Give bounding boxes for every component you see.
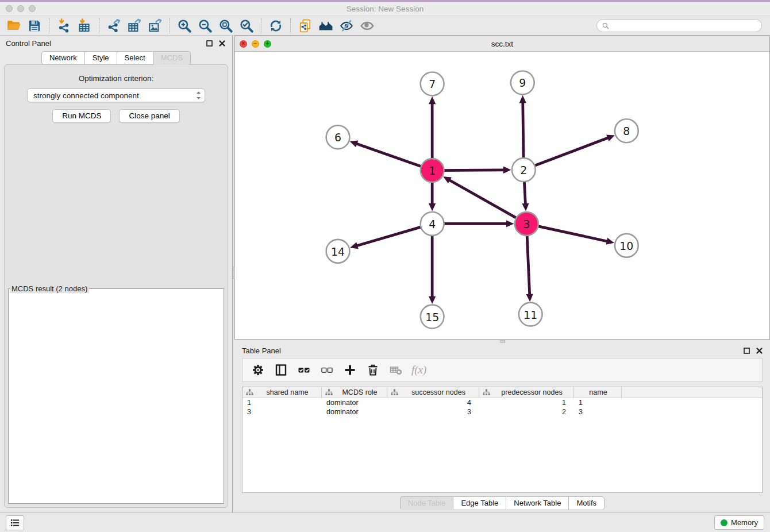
import-network-icon bbox=[56, 18, 71, 33]
criterion-value: strongly connected component bbox=[33, 91, 195, 100]
table-options-button[interactable] bbox=[249, 361, 267, 379]
select-all-columns-button[interactable] bbox=[295, 361, 313, 379]
first-neighbors-button[interactable] bbox=[315, 17, 336, 34]
import-network-button[interactable] bbox=[53, 17, 74, 34]
network-window-titlebar: × − + scc.txt bbox=[235, 36, 769, 52]
table-cell[interactable]: 1 bbox=[479, 399, 574, 407]
export-network-button[interactable] bbox=[103, 17, 124, 34]
graph-node-6[interactable]: 6 bbox=[326, 125, 350, 149]
graph-edge-3-10[interactable] bbox=[526, 223, 614, 244]
float-panel-icon[interactable] bbox=[206, 40, 213, 47]
table-row[interactable]: 3dominator323 bbox=[242, 407, 762, 417]
houses-icon bbox=[318, 18, 333, 33]
main-toolbar bbox=[0, 16, 770, 36]
table-cell[interactable]: 1 bbox=[242, 399, 322, 407]
show-column-panel-button[interactable] bbox=[272, 361, 290, 379]
search-input[interactable] bbox=[610, 21, 759, 30]
refresh-layout-button[interactable] bbox=[265, 17, 286, 34]
add-column-button[interactable] bbox=[341, 361, 359, 379]
zoom-in-icon bbox=[177, 18, 192, 33]
close-panel-icon[interactable] bbox=[756, 348, 763, 354]
svg-text:2: 2 bbox=[520, 164, 527, 176]
column-header-shared-name[interactable]: shared name bbox=[242, 387, 322, 398]
column-header-MCDS-role[interactable]: MCDS role bbox=[322, 387, 387, 398]
graph-node-9[interactable]: 9 bbox=[511, 71, 534, 94]
zoom-window-button[interactable] bbox=[29, 5, 36, 12]
zoom-out-button[interactable] bbox=[195, 17, 215, 34]
tab-network[interactable]: Network bbox=[41, 51, 85, 65]
table-cell[interactable]: 1 bbox=[574, 399, 622, 407]
table-cell[interactable]: 3 bbox=[574, 408, 622, 416]
mcds-result-text: 1 3 bbox=[10, 294, 215, 296]
table-cell[interactable]: 2 bbox=[479, 408, 574, 416]
graph-node-11[interactable]: 11 bbox=[519, 303, 542, 326]
table-panel: Table Panel f(x) shared nameMCDS rolesuc… bbox=[234, 344, 770, 512]
graph-node-7[interactable]: 7 bbox=[421, 72, 444, 95]
minimize-window-button[interactable] bbox=[17, 5, 24, 12]
save-session-button[interactable] bbox=[24, 17, 45, 34]
window-traffic-lights[interactable] bbox=[6, 5, 36, 12]
column-header-predecessor-nodes[interactable]: predecessor nodes bbox=[479, 387, 574, 398]
open-session-button[interactable] bbox=[3, 17, 24, 34]
graph-node-4[interactable]: 4 bbox=[421, 212, 444, 236]
memory-button[interactable]: Memory bbox=[714, 515, 764, 530]
column-header-name[interactable]: name bbox=[574, 387, 622, 398]
search-box[interactable] bbox=[596, 19, 762, 32]
graph-edge-2-8[interactable] bbox=[523, 134, 615, 169]
run-mcds-button[interactable]: Run MCDS bbox=[52, 109, 111, 123]
tab-select[interactable]: Select bbox=[117, 51, 153, 65]
table-cell[interactable]: 3 bbox=[242, 408, 322, 416]
graph-node-15[interactable]: 15 bbox=[421, 305, 444, 329]
zoom-selected-button[interactable] bbox=[236, 17, 257, 34]
zoom-in-button[interactable] bbox=[174, 17, 195, 34]
svg-text:4: 4 bbox=[429, 218, 436, 230]
tab-style[interactable]: Style bbox=[85, 51, 117, 65]
table-cell[interactable]: dominator bbox=[322, 408, 387, 416]
tab-network-table[interactable]: Network Table bbox=[506, 496, 569, 510]
tab-node-table[interactable]: Node Table bbox=[400, 496, 454, 510]
graph-node-1[interactable]: 1 bbox=[421, 159, 444, 182]
table-cell[interactable]: 4 bbox=[387, 399, 479, 407]
close-panel-icon[interactable] bbox=[219, 40, 225, 47]
horizontal-splitter[interactable] bbox=[234, 340, 770, 344]
hide-graphics-button[interactable] bbox=[336, 17, 357, 34]
task-history-button[interactable] bbox=[6, 515, 24, 530]
table-row[interactable]: 1dominator411 bbox=[242, 398, 762, 407]
table-cell[interactable]: dominator bbox=[322, 399, 387, 407]
graph-node-2[interactable]: 2 bbox=[512, 158, 536, 182]
minimize-network-button[interactable]: − bbox=[252, 40, 259, 48]
splitter-grip[interactable] bbox=[500, 340, 505, 343]
tab-mcds[interactable]: MCDS bbox=[153, 51, 191, 65]
deselect-all-columns-button[interactable] bbox=[318, 361, 336, 379]
graph-edge-1-6[interactable] bbox=[350, 141, 432, 171]
close-window-button[interactable] bbox=[6, 5, 13, 12]
graph-node-10[interactable]: 10 bbox=[615, 234, 638, 257]
graph-node-14[interactable]: 14 bbox=[326, 240, 350, 263]
close-panel-button[interactable]: Close panel bbox=[119, 109, 179, 123]
open-folder-icon bbox=[6, 18, 21, 33]
graph-node-3[interactable]: 3 bbox=[515, 212, 538, 236]
tab-motifs[interactable]: Motifs bbox=[569, 496, 605, 510]
clone-network-button[interactable] bbox=[295, 17, 315, 34]
import-table-button[interactable] bbox=[74, 17, 95, 34]
network-canvas[interactable]: 7968124314101511 bbox=[235, 52, 769, 339]
table-cell[interactable]: 3 bbox=[387, 408, 479, 416]
export-table-button[interactable] bbox=[124, 17, 145, 34]
tab-edge-table[interactable]: Edge Table bbox=[453, 496, 506, 510]
graph-edge-3-1[interactable] bbox=[443, 176, 526, 223]
graph-node-8[interactable]: 8 bbox=[615, 119, 638, 142]
show-graphics-button[interactable] bbox=[357, 17, 378, 34]
graph-edge-4-14[interactable] bbox=[350, 223, 432, 249]
delete-table-icon bbox=[389, 363, 403, 377]
optimization-criterion-select[interactable]: strongly connected component bbox=[27, 88, 205, 102]
column-header-successor-nodes[interactable]: successor nodes bbox=[387, 387, 479, 398]
close-network-button[interactable]: × bbox=[240, 40, 247, 48]
maximize-network-button[interactable]: + bbox=[264, 40, 271, 48]
float-panel-icon[interactable] bbox=[744, 348, 750, 354]
delete-columns-button[interactable] bbox=[364, 361, 382, 379]
export-image-button[interactable] bbox=[145, 17, 165, 34]
vertical-splitter[interactable] bbox=[232, 36, 234, 512]
zoom-fit-button[interactable] bbox=[215, 17, 236, 34]
window-title: Session: New Session bbox=[0, 5, 770, 13]
export-image-icon bbox=[148, 18, 163, 33]
